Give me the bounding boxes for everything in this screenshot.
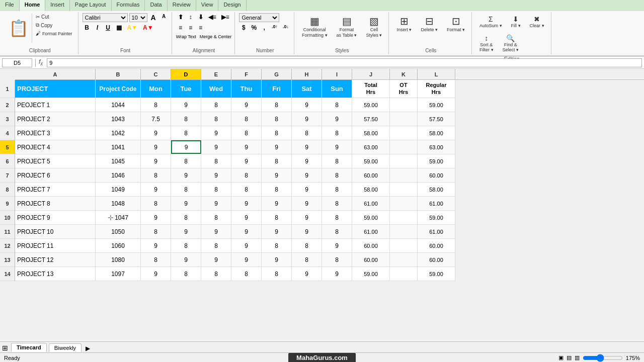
cell-K10[interactable] — [390, 211, 418, 224]
cell-K2[interactable] — [390, 98, 418, 112]
cell-L3[interactable]: 57.50 — [418, 112, 455, 126]
currency-button[interactable]: $ — [239, 24, 248, 33]
cell-E1[interactable]: Wed — [201, 80, 231, 98]
cell-A7[interactable]: PROJECT 6 — [15, 168, 96, 182]
cell-F1[interactable]: Thu — [231, 80, 262, 98]
align-left-button[interactable]: ≡ — [176, 24, 185, 33]
cell-F10[interactable]: 9 — [231, 211, 262, 224]
font-name-select[interactable]: Calibri — [83, 13, 128, 22]
cell-L4[interactable]: 58.00 — [418, 126, 455, 140]
cell-H10[interactable]: 9 — [292, 211, 322, 224]
cell-D3[interactable]: 8 — [171, 112, 201, 126]
cell-D9[interactable]: 9 — [171, 197, 201, 210]
cell-I2[interactable]: 8 — [322, 98, 352, 112]
cell-D8[interactable]: 8 — [171, 183, 201, 196]
bold-button[interactable]: B — [83, 24, 92, 33]
row-header-13[interactable]: 13 — [0, 253, 15, 267]
cell-G6[interactable]: 8 — [262, 154, 292, 168]
cell-D5[interactable]: 9 — [171, 140, 201, 154]
cell-B3[interactable]: 1043 — [96, 112, 141, 126]
cell-F5[interactable]: 9 — [231, 140, 262, 154]
cell-D11[interactable]: 9 — [171, 225, 201, 238]
cell-L8[interactable]: 58.00 — [418, 183, 455, 196]
cell-E14[interactable]: 8 — [201, 267, 231, 281]
row-header-5[interactable]: 5 — [0, 140, 15, 154]
cell-G9[interactable]: 9 — [262, 197, 292, 210]
indent-increase-button[interactable]: ▶≡ — [219, 13, 231, 22]
col-header-G[interactable]: G — [262, 69, 292, 79]
cell-H11[interactable]: 9 — [292, 225, 322, 238]
clear-button[interactable]: ✖ Clear ▾ — [526, 13, 548, 30]
indent-decrease-button[interactable]: ◀≡ — [206, 13, 218, 22]
cell-H8[interactable]: 9 — [292, 183, 322, 196]
cell-C8[interactable]: 9 — [141, 183, 171, 196]
decrease-decimal-button[interactable]: .0↓ — [281, 24, 291, 33]
row-header-11[interactable]: 11 — [0, 225, 15, 239]
sheet-scroll-button[interactable]: ▶ — [86, 345, 90, 352]
cell-K4[interactable] — [390, 126, 418, 140]
cell-B11[interactable]: 1050 — [96, 225, 141, 238]
cell-G14[interactable]: 8 — [262, 267, 292, 281]
cell-A13[interactable]: PROJECT 12 — [15, 253, 96, 266]
cell-H6[interactable]: 9 — [292, 154, 322, 168]
cell-H5[interactable]: 9 — [292, 140, 322, 154]
cell-E7[interactable]: 9 — [201, 168, 231, 182]
cell-E9[interactable]: 9 — [201, 197, 231, 210]
cell-L6[interactable]: 59.00 — [418, 154, 455, 168]
cell-C1[interactable]: Mon — [141, 80, 171, 98]
copy-button[interactable]: ⧉Copy — [33, 21, 75, 29]
tab-data[interactable]: Data — [145, 0, 167, 11]
cell-D7[interactable]: 9 — [171, 168, 201, 182]
align-middle-button[interactable]: ↕ — [186, 13, 195, 22]
cell-A3[interactable]: PROJECT 2 — [15, 112, 96, 126]
cell-B10[interactable]: ✛1047 — [96, 211, 141, 224]
cell-K3[interactable] — [390, 112, 418, 126]
cell-J3[interactable]: 57.50 — [352, 112, 390, 126]
cell-L11[interactable]: 61.00 — [418, 225, 455, 238]
cell-J12[interactable]: 60.00 — [352, 239, 390, 252]
cell-B7[interactable]: 1046 — [96, 168, 141, 182]
cell-I3[interactable]: 9 — [322, 112, 352, 126]
cell-reference-box[interactable] — [2, 58, 32, 67]
cell-G2[interactable]: 8 — [262, 98, 292, 112]
cell-E2[interactable]: 8 — [201, 98, 231, 112]
cell-E8[interactable]: 8 — [201, 183, 231, 196]
tab-review[interactable]: Review — [168, 0, 196, 11]
cell-G4[interactable]: 8 — [262, 126, 292, 140]
cell-C9[interactable]: 8 — [141, 197, 171, 210]
cell-H14[interactable]: 9 — [292, 267, 322, 281]
cell-A10[interactable]: PROJECT 9 — [15, 211, 96, 224]
cell-F2[interactable]: 9 — [231, 98, 262, 112]
border-button[interactable]: ▦ — [114, 24, 124, 33]
col-header-K[interactable]: K — [390, 69, 418, 79]
cell-K13[interactable] — [390, 253, 418, 266]
cell-L12[interactable]: 60.00 — [418, 239, 455, 252]
col-header-H[interactable]: H — [292, 69, 322, 79]
cell-J2[interactable]: 59.00 — [352, 98, 390, 112]
zoom-slider[interactable] — [583, 354, 623, 362]
col-header-J[interactable]: J — [352, 69, 390, 79]
align-bottom-button[interactable]: ⬇ — [196, 13, 205, 22]
cell-C4[interactable]: 9 — [141, 126, 171, 140]
cell-B4[interactable]: 1042 — [96, 126, 141, 140]
cell-H3[interactable]: 9 — [292, 112, 322, 126]
cell-E5[interactable]: 9 — [201, 140, 231, 154]
row-header-1[interactable]: 1 — [0, 80, 15, 98]
cell-I7[interactable]: 8 — [322, 168, 352, 182]
cell-F3[interactable]: 8 — [231, 112, 262, 126]
align-top-button[interactable]: ⬆ — [176, 13, 185, 22]
cell-E11[interactable]: 9 — [201, 225, 231, 238]
cell-L13[interactable]: 60.00 — [418, 253, 455, 266]
find-select-button[interactable]: 🔍 Find &Select ▾ — [499, 32, 523, 54]
col-header-D[interactable]: D — [171, 69, 201, 79]
cell-A11[interactable]: PROJECT 10 — [15, 225, 96, 238]
cell-H1[interactable]: Sat — [292, 80, 322, 98]
row-header-10[interactable]: 10 — [0, 211, 15, 225]
cell-F14[interactable]: 8 — [231, 267, 262, 281]
cell-H9[interactable]: 9 — [292, 197, 322, 210]
fill-button[interactable]: ⬇ Fill ▾ — [508, 13, 524, 30]
cell-A5[interactable]: PROJECT 4 — [15, 140, 96, 154]
cell-L14[interactable]: 59.00 — [418, 267, 455, 281]
paste-button[interactable]: 📋 — [5, 13, 32, 43]
cell-D13[interactable]: 9 — [171, 253, 201, 266]
